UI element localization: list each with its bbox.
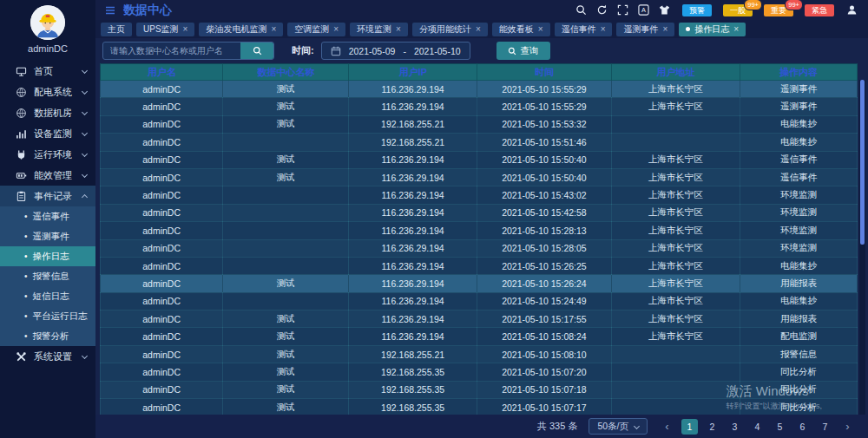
table-row[interactable]: adminDC116.236.29.1942021-05-10 15:26:25…	[101, 257, 858, 274]
table-row[interactable]: adminDC116.236.29.1942021-05-10 15:42:58…	[101, 204, 858, 221]
tab-close-icon[interactable]: ×	[183, 24, 188, 34]
date-range-picker[interactable]: 2021-05-09 - 2021-05-10	[321, 42, 470, 60]
tab-2[interactable]: 柴油发电机监测×	[199, 23, 283, 36]
page-button-1[interactable]: 1	[681, 419, 698, 435]
sidebar-item-4[interactable]: 运行环境	[0, 144, 95, 165]
sidebar-subitem-4[interactable]: •短信日志	[0, 286, 95, 306]
tab-close-icon[interactable]: ×	[538, 24, 543, 34]
search-input[interactable]	[103, 42, 240, 59]
table-cell: 电能集抄	[740, 134, 857, 151]
table-cell: adminDC	[101, 115, 223, 133]
tab-8[interactable]: 遥测事件×	[616, 23, 674, 36]
vertical-scrollbar[interactable]	[859, 80, 865, 415]
bullet-icon: •	[24, 212, 28, 221]
sidebar-item-5[interactable]: 能效管理	[0, 165, 95, 186]
menu-toggle-icon[interactable]	[104, 4, 116, 16]
user-profile[interactable]: adminDC	[0, 0, 95, 61]
scrollbar-thumb[interactable]	[860, 80, 865, 245]
table-row[interactable]: adminDC116.236.29.1942021-05-10 15:43:02…	[101, 186, 858, 204]
tab-close-icon[interactable]: ×	[601, 24, 606, 34]
tab-close-icon[interactable]: ×	[333, 24, 339, 34]
table-cell: 192.168.255.21	[349, 115, 477, 133]
table-row[interactable]: adminDC测试116.236.29.1942021-05-10 15:50:…	[101, 168, 858, 186]
column-header-5[interactable]: 操作内容	[740, 64, 857, 81]
table-row[interactable]: adminDC116.236.29.1942021-05-10 15:24:49…	[101, 292, 858, 310]
column-header-1[interactable]: 数据中心名称	[223, 64, 349, 81]
sidebar-item-0[interactable]: 首页	[0, 61, 95, 82]
table-row[interactable]: adminDC192.168.255.212021-05-10 15:51:46…	[101, 134, 858, 151]
tab-label: 遥信事件	[562, 23, 596, 36]
sidebar-item-1[interactable]: 配电系统	[0, 82, 95, 102]
table-row[interactable]: adminDC测试116.236.29.1942021-05-10 15:55:…	[101, 81, 858, 98]
badge-label: 一般	[730, 6, 746, 15]
sidebar-subitem-2[interactable]: •操作日志	[0, 246, 95, 266]
prev-page-button[interactable]: ‹	[659, 419, 675, 435]
alarm-badge-2[interactable]: 重要99+	[764, 4, 793, 16]
column-header-3[interactable]: 时间	[477, 64, 611, 81]
sidebar-item-2[interactable]: 数据机房	[0, 102, 95, 123]
sidebar-subitem-3[interactable]: •报警信息	[0, 266, 95, 286]
search-icon[interactable]	[575, 4, 587, 16]
table-row[interactable]: adminDC测试192.168.255.212021-05-10 15:53:…	[101, 115, 858, 133]
date-from[interactable]: 2021-05-09	[349, 46, 396, 56]
column-header-2[interactable]: 用户IP	[349, 64, 477, 81]
table-row[interactable]: adminDC测试116.236.29.1942021-05-10 15:26:…	[101, 275, 858, 292]
table-cell: 上海市长宁区	[611, 98, 740, 115]
tab-close-icon[interactable]: ×	[733, 24, 739, 34]
column-header-0[interactable]: 用户名	[101, 64, 223, 81]
alarm-badge-3[interactable]: 紧急	[805, 4, 834, 16]
table-row[interactable]: adminDC测试192.168.255.352021-05-10 15:07:…	[101, 381, 858, 398]
table-row[interactable]: adminDC测试192.168.255.352021-05-10 15:07:…	[101, 399, 858, 415]
sidebar-subitem-0[interactable]: •遥信事件	[0, 206, 95, 226]
date-to[interactable]: 2021-05-10	[414, 46, 461, 56]
page-button-3[interactable]: 3	[727, 419, 743, 435]
tab-7[interactable]: 遥信事件×	[555, 23, 613, 36]
sidebar-subitem-6[interactable]: •报警分析	[0, 326, 95, 346]
page-button-2[interactable]: 2	[704, 419, 720, 435]
table-row[interactable]: adminDC测试192.168.255.352021-05-10 15:07:…	[101, 363, 858, 381]
page-button-6[interactable]: 6	[794, 419, 811, 435]
query-button[interactable]: 查询	[496, 42, 550, 60]
tab-close-icon[interactable]: ×	[396, 24, 401, 34]
refresh-icon[interactable]	[596, 4, 608, 16]
table-row[interactable]: adminDC测试116.236.29.1942021-05-10 15:17:…	[101, 311, 858, 328]
sidebar-subitem-1[interactable]: •遥测事件	[0, 226, 95, 246]
table-row[interactable]: adminDC116.236.29.1942021-05-10 15:28:05…	[101, 239, 858, 257]
table-row[interactable]: adminDC测试116.236.29.1942021-05-10 15:08:…	[101, 328, 858, 345]
tab-6[interactable]: 能效看板×	[492, 23, 550, 36]
tab-1[interactable]: UPS监测×	[136, 23, 194, 36]
page-button-4[interactable]: 4	[749, 419, 766, 435]
alarm-badge-0[interactable]: 预警	[682, 4, 712, 16]
sidebar-subitem-5[interactable]: •平台运行日志	[0, 306, 95, 326]
column-header-4[interactable]: 用户地址	[611, 64, 740, 81]
next-page-button[interactable]: ›	[839, 419, 856, 435]
tab-close-icon[interactable]: ×	[271, 24, 276, 34]
translate-icon[interactable]: A	[638, 4, 649, 16]
tab-close-icon[interactable]: ×	[476, 24, 481, 34]
tab-3[interactable]: 空调监测×	[287, 23, 345, 36]
fullscreen-icon[interactable]	[617, 4, 628, 16]
tab-close-icon[interactable]: ×	[662, 24, 667, 34]
theme-skin-icon[interactable]	[659, 4, 670, 16]
sidebar-item-7[interactable]: 系统设置	[0, 346, 95, 367]
table-cell: adminDC	[101, 134, 223, 151]
sidebar-item-3[interactable]: 设备监测	[0, 123, 95, 144]
search-button[interactable]	[240, 42, 273, 59]
tab-9[interactable]: 操作日志×	[679, 23, 746, 36]
page-button-7[interactable]: 7	[817, 419, 833, 435]
table-row[interactable]: adminDC116.236.29.1942021-05-10 15:28:13…	[101, 222, 858, 239]
tab-5[interactable]: 分项用能统计×	[412, 23, 488, 36]
page-button-5[interactable]: 5	[772, 419, 788, 435]
tab-0[interactable]: 主页	[101, 23, 132, 36]
table-row[interactable]: adminDC测试116.236.29.1942021-05-10 15:50:…	[101, 151, 858, 168]
settings-icon	[16, 351, 27, 363]
sidebar-item-6[interactable]: 事件记录	[0, 186, 95, 206]
table-cell: adminDC	[101, 98, 223, 115]
table-row[interactable]: adminDC测试116.236.29.1942021-05-10 15:55:…	[101, 98, 858, 115]
table-row[interactable]: adminDC测试192.168.255.212021-05-10 15:08:…	[101, 345, 858, 363]
alarm-badge-1[interactable]: 一般99+	[723, 4, 753, 16]
page-size-select[interactable]: 50条/页	[589, 418, 648, 435]
user-icon[interactable]	[846, 4, 858, 16]
tab-4[interactable]: 环境监测×	[350, 23, 408, 36]
table-cell: 遥测事件	[740, 98, 857, 115]
